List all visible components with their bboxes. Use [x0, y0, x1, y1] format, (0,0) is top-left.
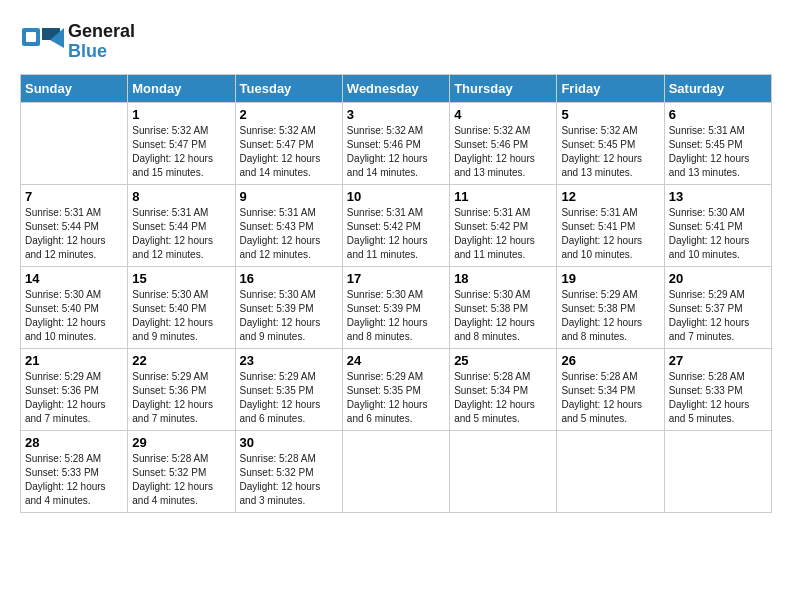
calendar-cell: 22Sunrise: 5:29 AMSunset: 5:36 PMDayligh…	[128, 349, 235, 431]
day-info: Sunrise: 5:29 AMSunset: 5:35 PMDaylight:…	[347, 370, 445, 426]
day-info: Sunrise: 5:32 AMSunset: 5:47 PMDaylight:…	[240, 124, 338, 180]
calendar-week-row: 14Sunrise: 5:30 AMSunset: 5:40 PMDayligh…	[21, 267, 772, 349]
day-info: Sunrise: 5:32 AMSunset: 5:45 PMDaylight:…	[561, 124, 659, 180]
calendar-week-row: 7Sunrise: 5:31 AMSunset: 5:44 PMDaylight…	[21, 185, 772, 267]
day-info: Sunrise: 5:31 AMSunset: 5:43 PMDaylight:…	[240, 206, 338, 262]
day-number: 15	[132, 271, 230, 286]
day-info: Sunrise: 5:29 AMSunset: 5:37 PMDaylight:…	[669, 288, 767, 344]
calendar-cell: 27Sunrise: 5:28 AMSunset: 5:33 PMDayligh…	[664, 349, 771, 431]
day-number: 25	[454, 353, 552, 368]
calendar-week-row: 21Sunrise: 5:29 AMSunset: 5:36 PMDayligh…	[21, 349, 772, 431]
day-info: Sunrise: 5:29 AMSunset: 5:36 PMDaylight:…	[132, 370, 230, 426]
day-info: Sunrise: 5:30 AMSunset: 5:38 PMDaylight:…	[454, 288, 552, 344]
calendar-cell: 2Sunrise: 5:32 AMSunset: 5:47 PMDaylight…	[235, 103, 342, 185]
day-number: 14	[25, 271, 123, 286]
day-info: Sunrise: 5:32 AMSunset: 5:47 PMDaylight:…	[132, 124, 230, 180]
calendar-cell: 19Sunrise: 5:29 AMSunset: 5:38 PMDayligh…	[557, 267, 664, 349]
day-info: Sunrise: 5:28 AMSunset: 5:32 PMDaylight:…	[240, 452, 338, 508]
calendar-cell: 24Sunrise: 5:29 AMSunset: 5:35 PMDayligh…	[342, 349, 449, 431]
calendar-cell: 13Sunrise: 5:30 AMSunset: 5:41 PMDayligh…	[664, 185, 771, 267]
calendar-cell: 15Sunrise: 5:30 AMSunset: 5:40 PMDayligh…	[128, 267, 235, 349]
day-info: Sunrise: 5:31 AMSunset: 5:45 PMDaylight:…	[669, 124, 767, 180]
day-info: Sunrise: 5:29 AMSunset: 5:38 PMDaylight:…	[561, 288, 659, 344]
day-info: Sunrise: 5:31 AMSunset: 5:44 PMDaylight:…	[132, 206, 230, 262]
day-number: 23	[240, 353, 338, 368]
day-number: 1	[132, 107, 230, 122]
header-tuesday: Tuesday	[235, 75, 342, 103]
day-number: 8	[132, 189, 230, 204]
calendar-cell: 11Sunrise: 5:31 AMSunset: 5:42 PMDayligh…	[450, 185, 557, 267]
calendar-week-row: 28Sunrise: 5:28 AMSunset: 5:33 PMDayligh…	[21, 431, 772, 513]
calendar-cell: 23Sunrise: 5:29 AMSunset: 5:35 PMDayligh…	[235, 349, 342, 431]
day-number: 18	[454, 271, 552, 286]
day-number: 24	[347, 353, 445, 368]
calendar-cell	[342, 431, 449, 513]
day-info: Sunrise: 5:29 AMSunset: 5:36 PMDaylight:…	[25, 370, 123, 426]
calendar-cell	[450, 431, 557, 513]
calendar-cell: 14Sunrise: 5:30 AMSunset: 5:40 PMDayligh…	[21, 267, 128, 349]
day-info: Sunrise: 5:28 AMSunset: 5:34 PMDaylight:…	[561, 370, 659, 426]
calendar-header-row: SundayMondayTuesdayWednesdayThursdayFrid…	[21, 75, 772, 103]
day-info: Sunrise: 5:31 AMSunset: 5:42 PMDaylight:…	[454, 206, 552, 262]
day-number: 5	[561, 107, 659, 122]
calendar-cell: 6Sunrise: 5:31 AMSunset: 5:45 PMDaylight…	[664, 103, 771, 185]
day-info: Sunrise: 5:30 AMSunset: 5:40 PMDaylight:…	[132, 288, 230, 344]
calendar-cell: 21Sunrise: 5:29 AMSunset: 5:36 PMDayligh…	[21, 349, 128, 431]
day-info: Sunrise: 5:30 AMSunset: 5:41 PMDaylight:…	[669, 206, 767, 262]
header: General Blue	[20, 20, 772, 64]
header-saturday: Saturday	[664, 75, 771, 103]
calendar-cell: 17Sunrise: 5:30 AMSunset: 5:39 PMDayligh…	[342, 267, 449, 349]
day-number: 30	[240, 435, 338, 450]
calendar-cell: 30Sunrise: 5:28 AMSunset: 5:32 PMDayligh…	[235, 431, 342, 513]
header-wednesday: Wednesday	[342, 75, 449, 103]
day-number: 22	[132, 353, 230, 368]
day-info: Sunrise: 5:31 AMSunset: 5:42 PMDaylight:…	[347, 206, 445, 262]
day-number: 21	[25, 353, 123, 368]
day-number: 10	[347, 189, 445, 204]
day-info: Sunrise: 5:30 AMSunset: 5:40 PMDaylight:…	[25, 288, 123, 344]
day-info: Sunrise: 5:28 AMSunset: 5:33 PMDaylight:…	[25, 452, 123, 508]
day-number: 4	[454, 107, 552, 122]
calendar-cell: 18Sunrise: 5:30 AMSunset: 5:38 PMDayligh…	[450, 267, 557, 349]
day-number: 20	[669, 271, 767, 286]
day-number: 3	[347, 107, 445, 122]
calendar-cell: 4Sunrise: 5:32 AMSunset: 5:46 PMDaylight…	[450, 103, 557, 185]
calendar-cell	[21, 103, 128, 185]
calendar-cell: 1Sunrise: 5:32 AMSunset: 5:47 PMDaylight…	[128, 103, 235, 185]
header-monday: Monday	[128, 75, 235, 103]
day-number: 26	[561, 353, 659, 368]
calendar-table: SundayMondayTuesdayWednesdayThursdayFrid…	[20, 74, 772, 513]
day-info: Sunrise: 5:30 AMSunset: 5:39 PMDaylight:…	[240, 288, 338, 344]
day-info: Sunrise: 5:32 AMSunset: 5:46 PMDaylight:…	[454, 124, 552, 180]
day-number: 11	[454, 189, 552, 204]
day-info: Sunrise: 5:32 AMSunset: 5:46 PMDaylight:…	[347, 124, 445, 180]
calendar-week-row: 1Sunrise: 5:32 AMSunset: 5:47 PMDaylight…	[21, 103, 772, 185]
day-number: 2	[240, 107, 338, 122]
day-info: Sunrise: 5:31 AMSunset: 5:44 PMDaylight:…	[25, 206, 123, 262]
calendar-cell: 3Sunrise: 5:32 AMSunset: 5:46 PMDaylight…	[342, 103, 449, 185]
day-number: 9	[240, 189, 338, 204]
header-sunday: Sunday	[21, 75, 128, 103]
day-number: 16	[240, 271, 338, 286]
calendar-cell: 28Sunrise: 5:28 AMSunset: 5:33 PMDayligh…	[21, 431, 128, 513]
calendar-cell: 12Sunrise: 5:31 AMSunset: 5:41 PMDayligh…	[557, 185, 664, 267]
day-number: 29	[132, 435, 230, 450]
day-info: Sunrise: 5:28 AMSunset: 5:33 PMDaylight:…	[669, 370, 767, 426]
day-number: 7	[25, 189, 123, 204]
calendar-cell: 7Sunrise: 5:31 AMSunset: 5:44 PMDaylight…	[21, 185, 128, 267]
calendar-cell: 29Sunrise: 5:28 AMSunset: 5:32 PMDayligh…	[128, 431, 235, 513]
calendar-cell: 8Sunrise: 5:31 AMSunset: 5:44 PMDaylight…	[128, 185, 235, 267]
day-number: 27	[669, 353, 767, 368]
logo: General Blue	[20, 20, 135, 64]
day-number: 19	[561, 271, 659, 286]
calendar-cell: 16Sunrise: 5:30 AMSunset: 5:39 PMDayligh…	[235, 267, 342, 349]
day-info: Sunrise: 5:30 AMSunset: 5:39 PMDaylight:…	[347, 288, 445, 344]
day-number: 12	[561, 189, 659, 204]
day-number: 17	[347, 271, 445, 286]
calendar-cell: 26Sunrise: 5:28 AMSunset: 5:34 PMDayligh…	[557, 349, 664, 431]
logo-general: General	[68, 21, 135, 41]
day-info: Sunrise: 5:29 AMSunset: 5:35 PMDaylight:…	[240, 370, 338, 426]
calendar-cell: 9Sunrise: 5:31 AMSunset: 5:43 PMDaylight…	[235, 185, 342, 267]
logo-blue: Blue	[68, 41, 107, 61]
calendar-cell: 20Sunrise: 5:29 AMSunset: 5:37 PMDayligh…	[664, 267, 771, 349]
